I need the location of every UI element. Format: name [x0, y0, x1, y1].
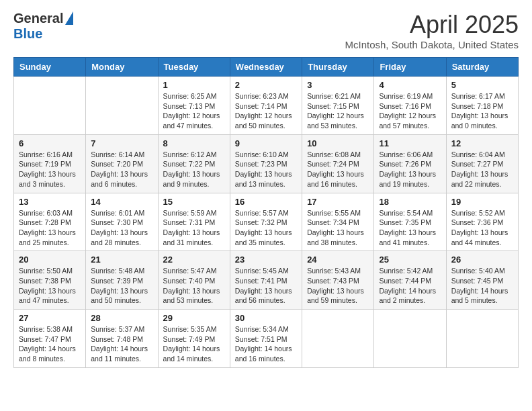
day-info: Sunrise: 5:57 AM Sunset: 7:32 PM Dayligh… — [235, 208, 297, 248]
day-number: 5 — [451, 80, 513, 90]
weekday-header-wednesday: Wednesday — [230, 58, 302, 77]
day-number: 20 — [19, 255, 81, 265]
calendar-cell: 5Sunrise: 6:17 AM Sunset: 7:18 PM Daylig… — [446, 77, 518, 135]
calendar-cell: 13Sunrise: 6:03 AM Sunset: 7:28 PM Dayli… — [14, 193, 86, 251]
day-info: Sunrise: 5:59 AM Sunset: 7:31 PM Dayligh… — [163, 208, 225, 248]
calendar-cell: 22Sunrise: 5:47 AM Sunset: 7:40 PM Dayli… — [158, 251, 230, 310]
day-info: Sunrise: 6:21 AM Sunset: 7:15 PM Dayligh… — [307, 91, 369, 131]
calendar-cell — [302, 310, 374, 368]
day-number: 26 — [451, 255, 513, 265]
day-number: 9 — [235, 138, 297, 148]
day-info: Sunrise: 5:43 AM Sunset: 7:43 PM Dayligh… — [307, 266, 369, 306]
day-number: 12 — [451, 138, 513, 148]
calendar-cell: 29Sunrise: 5:35 AM Sunset: 7:49 PM Dayli… — [158, 310, 230, 368]
day-info: Sunrise: 5:52 AM Sunset: 7:36 PM Dayligh… — [451, 208, 513, 248]
day-number: 15 — [163, 197, 225, 207]
day-number: 4 — [379, 80, 441, 90]
day-number: 6 — [19, 138, 81, 148]
day-info: Sunrise: 5:50 AM Sunset: 7:38 PM Dayligh… — [19, 266, 81, 306]
day-info: Sunrise: 5:54 AM Sunset: 7:35 PM Dayligh… — [379, 208, 441, 248]
calendar-cell: 16Sunrise: 5:57 AM Sunset: 7:32 PM Dayli… — [230, 193, 302, 251]
calendar-cell: 10Sunrise: 6:08 AM Sunset: 7:24 PM Dayli… — [302, 134, 374, 193]
day-number: 22 — [163, 255, 225, 265]
header: General Blue April 2025 McIntosh, South … — [13, 11, 519, 50]
day-info: Sunrise: 6:16 AM Sunset: 7:19 PM Dayligh… — [19, 150, 81, 189]
weekday-header-row: SundayMondayTuesdayWednesdayThursdayFrid… — [14, 58, 519, 77]
day-number: 28 — [91, 313, 152, 323]
day-info: Sunrise: 5:42 AM Sunset: 7:44 PM Dayligh… — [379, 266, 441, 306]
title-area: April 2025 McIntosh, South Dakota, Unite… — [345, 11, 519, 50]
calendar-cell: 15Sunrise: 5:59 AM Sunset: 7:31 PM Dayli… — [158, 193, 230, 251]
day-info: Sunrise: 6:19 AM Sunset: 7:16 PM Dayligh… — [379, 91, 441, 131]
weekday-header-thursday: Thursday — [302, 58, 374, 77]
day-info: Sunrise: 6:23 AM Sunset: 7:14 PM Dayligh… — [235, 91, 297, 131]
calendar-cell — [86, 77, 158, 135]
day-info: Sunrise: 6:14 AM Sunset: 7:20 PM Dayligh… — [91, 150, 152, 189]
day-info: Sunrise: 5:55 AM Sunset: 7:34 PM Dayligh… — [307, 208, 369, 248]
calendar-cell — [446, 310, 518, 368]
calendar-cell: 28Sunrise: 5:37 AM Sunset: 7:48 PM Dayli… — [86, 310, 158, 368]
day-number: 25 — [379, 255, 441, 265]
day-number: 27 — [19, 313, 81, 323]
weekday-header-friday: Friday — [374, 58, 446, 77]
day-number: 18 — [379, 197, 441, 207]
calendar-cell: 20Sunrise: 5:50 AM Sunset: 7:38 PM Dayli… — [14, 251, 86, 310]
day-number: 11 — [379, 138, 441, 148]
calendar-cell: 3Sunrise: 6:21 AM Sunset: 7:15 PM Daylig… — [302, 77, 374, 135]
weekday-header-saturday: Saturday — [446, 58, 518, 77]
calendar-cell: 21Sunrise: 5:48 AM Sunset: 7:39 PM Dayli… — [86, 251, 158, 310]
day-info: Sunrise: 5:45 AM Sunset: 7:41 PM Dayligh… — [235, 266, 297, 306]
day-info: Sunrise: 6:04 AM Sunset: 7:27 PM Dayligh… — [451, 150, 513, 189]
calendar-cell: 23Sunrise: 5:45 AM Sunset: 7:41 PM Dayli… — [230, 251, 302, 310]
calendar-cell: 1Sunrise: 6:25 AM Sunset: 7:13 PM Daylig… — [158, 77, 230, 135]
calendar-cell: 12Sunrise: 6:04 AM Sunset: 7:27 PM Dayli… — [446, 134, 518, 193]
calendar-week-row: 20Sunrise: 5:50 AM Sunset: 7:38 PM Dayli… — [14, 251, 519, 310]
day-number: 1 — [163, 80, 225, 90]
day-number: 17 — [307, 197, 369, 207]
calendar-table: SundayMondayTuesdayWednesdayThursdayFrid… — [13, 57, 519, 368]
calendar-cell: 14Sunrise: 6:01 AM Sunset: 7:30 PM Dayli… — [86, 193, 158, 251]
day-number: 23 — [235, 255, 297, 265]
calendar-cell: 27Sunrise: 5:38 AM Sunset: 7:47 PM Dayli… — [14, 310, 86, 368]
day-info: Sunrise: 5:48 AM Sunset: 7:39 PM Dayligh… — [91, 266, 152, 306]
day-number: 2 — [235, 80, 297, 90]
day-number: 29 — [163, 313, 225, 323]
calendar-cell: 2Sunrise: 6:23 AM Sunset: 7:14 PM Daylig… — [230, 77, 302, 135]
calendar-week-row: 27Sunrise: 5:38 AM Sunset: 7:47 PM Dayli… — [14, 310, 519, 368]
day-number: 13 — [19, 197, 81, 207]
day-info: Sunrise: 6:17 AM Sunset: 7:18 PM Dayligh… — [451, 91, 513, 131]
calendar-cell: 7Sunrise: 6:14 AM Sunset: 7:20 PM Daylig… — [86, 134, 158, 193]
weekday-header-tuesday: Tuesday — [158, 58, 230, 77]
calendar-cell — [14, 77, 86, 135]
calendar-cell: 8Sunrise: 6:12 AM Sunset: 7:22 PM Daylig… — [158, 134, 230, 193]
weekday-header-sunday: Sunday — [14, 58, 86, 77]
calendar-cell: 25Sunrise: 5:42 AM Sunset: 7:44 PM Dayli… — [374, 251, 446, 310]
day-info: Sunrise: 6:10 AM Sunset: 7:23 PM Dayligh… — [235, 150, 297, 189]
day-number: 19 — [451, 197, 513, 207]
logo: General Blue — [13, 11, 73, 42]
day-info: Sunrise: 6:03 AM Sunset: 7:28 PM Dayligh… — [19, 208, 81, 248]
calendar-week-row: 1Sunrise: 6:25 AM Sunset: 7:13 PM Daylig… — [14, 77, 519, 135]
calendar-cell: 6Sunrise: 6:16 AM Sunset: 7:19 PM Daylig… — [14, 134, 86, 193]
logo-blue-text: Blue — [13, 26, 42, 42]
calendar-cell: 30Sunrise: 5:34 AM Sunset: 7:51 PM Dayli… — [230, 310, 302, 368]
day-info: Sunrise: 6:06 AM Sunset: 7:26 PM Dayligh… — [379, 150, 441, 189]
day-number: 16 — [235, 197, 297, 207]
calendar-cell: 4Sunrise: 6:19 AM Sunset: 7:16 PM Daylig… — [374, 77, 446, 135]
day-number: 7 — [91, 138, 152, 148]
calendar-cell: 11Sunrise: 6:06 AM Sunset: 7:26 PM Dayli… — [374, 134, 446, 193]
day-info: Sunrise: 6:01 AM Sunset: 7:30 PM Dayligh… — [91, 208, 152, 248]
calendar-cell: 18Sunrise: 5:54 AM Sunset: 7:35 PM Dayli… — [374, 193, 446, 251]
calendar-cell: 26Sunrise: 5:40 AM Sunset: 7:45 PM Dayli… — [446, 251, 518, 310]
day-info: Sunrise: 6:08 AM Sunset: 7:24 PM Dayligh… — [307, 150, 369, 189]
calendar-cell: 17Sunrise: 5:55 AM Sunset: 7:34 PM Dayli… — [302, 193, 374, 251]
day-info: Sunrise: 5:40 AM Sunset: 7:45 PM Dayligh… — [451, 266, 513, 306]
calendar-cell: 19Sunrise: 5:52 AM Sunset: 7:36 PM Dayli… — [446, 193, 518, 251]
calendar-cell: 9Sunrise: 6:10 AM Sunset: 7:23 PM Daylig… — [230, 134, 302, 193]
day-number: 14 — [91, 197, 152, 207]
logo-general-text: General — [13, 11, 63, 26]
day-number: 30 — [235, 313, 297, 323]
day-info: Sunrise: 5:37 AM Sunset: 7:48 PM Dayligh… — [91, 324, 152, 364]
day-number: 8 — [163, 138, 225, 148]
day-info: Sunrise: 5:35 AM Sunset: 7:49 PM Dayligh… — [163, 324, 225, 364]
